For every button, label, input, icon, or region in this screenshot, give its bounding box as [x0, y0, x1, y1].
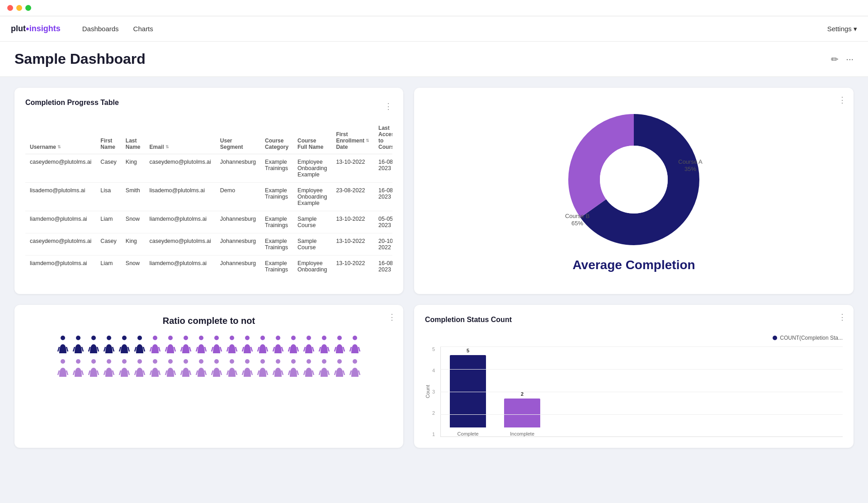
- label-course-a: Course A: [678, 158, 703, 165]
- svg-line-63: [350, 347, 351, 351]
- svg-line-40: [236, 347, 237, 351]
- minimize-button[interactable]: [16, 5, 22, 11]
- svg-point-23: [153, 336, 157, 340]
- legend-label: COUNT(Completion Sta...: [780, 335, 843, 341]
- col-username[interactable]: Username ⇅: [25, 121, 96, 154]
- bar-incomplete: 2 Incomplete: [504, 391, 540, 437]
- svg-point-14: [107, 336, 111, 340]
- cell-4: Demo: [216, 183, 260, 211]
- svg-point-44: [260, 336, 265, 340]
- people-row-2: [25, 359, 392, 379]
- svg-line-9: [73, 347, 75, 351]
- svg-line-27: [165, 347, 167, 351]
- svg-point-8: [76, 336, 80, 340]
- nav-charts[interactable]: Charts: [133, 23, 153, 34]
- people-chart-title: Ratio complete to not: [25, 316, 392, 326]
- person-icon: [317, 359, 331, 379]
- svg-point-56: [322, 336, 326, 340]
- svg-text:65%: 65%: [571, 220, 583, 227]
- completion-table: Username ⇅ FirstName LastName Email ⇅ Us…: [25, 121, 392, 277]
- person-icon: [179, 359, 193, 379]
- cell-4: Johannesburg: [216, 256, 260, 278]
- svg-line-120: [335, 370, 336, 375]
- bar-menu-icon[interactable]: ⋮: [838, 312, 846, 322]
- col-enrollment-date[interactable]: FirstEnrollmentDate ⇅: [331, 121, 374, 154]
- svg-point-113: [307, 359, 311, 364]
- svg-point-110: [291, 359, 296, 364]
- person-icon: [333, 359, 346, 379]
- svg-point-2: [600, 146, 668, 214]
- person-icon: [164, 335, 177, 355]
- bars-area: 5 Complete 2 Incomplete: [440, 346, 843, 437]
- nav-dashboards[interactable]: Dashboards: [82, 23, 119, 34]
- person-icon: [302, 335, 316, 355]
- svg-line-115: [312, 370, 314, 375]
- person-icon: [241, 359, 254, 379]
- col-course-category: CourseCategory: [260, 121, 293, 154]
- donut-chart-card: ⋮ Course A 35% Course B 65% A: [414, 88, 854, 294]
- people-menu-icon[interactable]: ⋮: [388, 312, 396, 322]
- svg-line-97: [220, 370, 222, 375]
- svg-line-114: [304, 370, 305, 375]
- edit-icon[interactable]: ✏: [831, 54, 839, 65]
- cell-2: Snow: [121, 256, 145, 278]
- svg-text:35%: 35%: [684, 166, 696, 172]
- svg-line-37: [220, 347, 222, 351]
- svg-line-43: [251, 347, 252, 351]
- col-email[interactable]: Email ⇅: [145, 121, 215, 154]
- logo-pluto-text: plut: [11, 24, 26, 33]
- y-axis-label: Count: [425, 385, 430, 398]
- svg-point-5: [61, 336, 65, 340]
- person-icon: [210, 335, 223, 355]
- donut-wrapper: Course A 35% Course B 65%: [557, 109, 711, 254]
- svg-line-85: [159, 370, 160, 375]
- svg-line-124: [359, 370, 360, 375]
- close-button[interactable]: [7, 5, 13, 11]
- bar-incomplete-rect: [504, 399, 540, 427]
- person-icon: [118, 359, 131, 379]
- person-icon: [71, 359, 85, 379]
- col-course-full-name: CourseFull Name: [293, 121, 331, 154]
- cell-7: 13-10-2022: [331, 233, 374, 256]
- table-menu-icon[interactable]: ⋮: [384, 101, 392, 111]
- person-icon: [210, 359, 223, 379]
- legend-dot: [773, 336, 777, 340]
- nav-settings[interactable]: Settings ▾: [827, 25, 857, 33]
- svg-line-76: [113, 370, 114, 375]
- person-icon: [271, 335, 285, 355]
- svg-line-88: [174, 370, 175, 375]
- maximize-button[interactable]: [25, 5, 31, 11]
- more-options-icon[interactable]: ···: [846, 54, 854, 64]
- donut-menu-icon[interactable]: ⋮: [838, 95, 846, 105]
- svg-point-38: [230, 336, 234, 340]
- svg-line-84: [150, 370, 151, 375]
- svg-line-51: [288, 347, 290, 351]
- main-content: Completion Progress Table ⋮ Username ⇅ F…: [0, 77, 868, 459]
- svg-line-36: [212, 347, 213, 351]
- svg-point-35: [214, 336, 219, 340]
- svg-line-10: [82, 347, 83, 351]
- person-icon: [133, 335, 146, 355]
- cell-8: 20-10-2022: [374, 233, 392, 256]
- svg-line-58: [328, 347, 329, 351]
- svg-line-30: [181, 347, 182, 351]
- svg-line-31: [189, 347, 191, 351]
- svg-point-89: [184, 359, 188, 364]
- person-icon: [287, 335, 300, 355]
- svg-line-34: [205, 347, 206, 351]
- svg-line-81: [135, 370, 136, 375]
- cell-8: 05-05-2023: [374, 211, 392, 233]
- person-icon: [302, 359, 316, 379]
- cell-5: Example Trainings: [260, 183, 293, 211]
- svg-point-41: [245, 336, 250, 340]
- cell-1: Casey: [96, 233, 121, 256]
- cell-6: Sample Course: [293, 211, 331, 233]
- svg-line-117: [319, 370, 321, 375]
- bar-chart-legend: COUNT(Completion Sta...: [425, 335, 843, 341]
- table-row: liamdemo@plutolms.aiLiamSnowliamdemo@plu…: [25, 256, 392, 278]
- svg-line-16: [113, 347, 114, 351]
- svg-point-53: [307, 336, 311, 340]
- svg-line-100: [236, 370, 237, 375]
- cell-3: liamdemo@plutolms.ai: [145, 211, 215, 233]
- label-course-b: Course B: [565, 213, 590, 219]
